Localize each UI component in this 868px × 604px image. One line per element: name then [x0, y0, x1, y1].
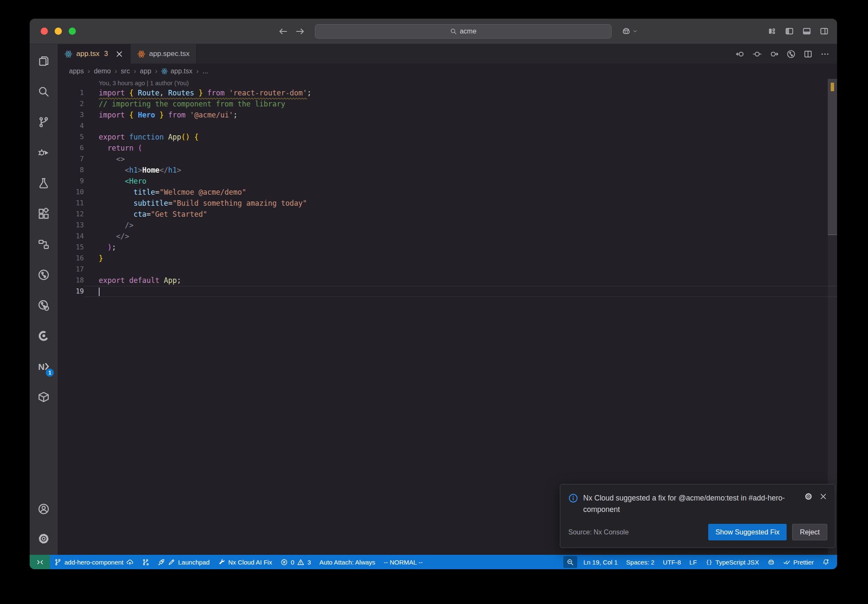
- activity-edge-tools[interactable]: [33, 325, 55, 347]
- breadcrumb-item-demo[interactable]: demo: [94, 67, 111, 75]
- tabs: app.tsx3app.spec.tsx: [58, 44, 197, 64]
- copilot-status[interactable]: [763, 555, 779, 569]
- code-line-2[interactable]: 2// importing the component from the lib…: [58, 98, 837, 109]
- notifications-bell[interactable]: [818, 555, 834, 569]
- code-line-10[interactable]: 10 title="Welcmoe @acme/demo": [58, 187, 837, 198]
- navigate-back-icon[interactable]: [278, 26, 289, 37]
- code-line-6[interactable]: 6 return (: [58, 143, 837, 154]
- code-token: [99, 188, 134, 196]
- eol-sequence[interactable]: LF: [685, 555, 701, 569]
- code-line-9[interactable]: 9 <Hero: [58, 176, 837, 187]
- activity-explorer[interactable]: [33, 50, 55, 72]
- remote-indicator[interactable]: [30, 555, 50, 569]
- activity-gitlens[interactable]: [33, 264, 55, 286]
- cursor-position[interactable]: Ln 19, Col 1: [579, 555, 622, 569]
- title-bar: acme: [30, 19, 837, 44]
- minimize-window-button[interactable]: [55, 28, 62, 35]
- activity-source-control[interactable]: [33, 111, 55, 133]
- launchpad-status[interactable]: Launchpad: [153, 555, 214, 569]
- code-line-3[interactable]: 3import { Hero } from '@acme/ui';: [58, 109, 837, 120]
- notification-settings-icon[interactable]: [804, 492, 812, 501]
- activity-extensions[interactable]: [33, 203, 55, 225]
- extensions-icon: [38, 208, 50, 220]
- activity-testing[interactable]: [33, 172, 55, 194]
- activity-run-and-debug[interactable]: [33, 142, 55, 164]
- line-content: export default App;: [84, 275, 837, 286]
- code-line-1[interactable]: 1import { Route, Routes } from 'react-ro…: [58, 87, 837, 98]
- breadcrumb-separator: ›: [114, 67, 117, 76]
- breadcrumb-item-apptsx[interactable]: app.tsx: [161, 67, 192, 75]
- code-line-5[interactable]: 5export function App() {: [58, 131, 837, 143]
- activity-accounts[interactable]: [33, 498, 55, 520]
- activity-containers[interactable]: [33, 386, 55, 408]
- code-token: <>: [116, 155, 125, 163]
- auto-attach[interactable]: Auto Attach: Always: [315, 555, 380, 569]
- code-line-13[interactable]: 13 />: [58, 220, 837, 231]
- gitlens-next-change[interactable]: [770, 50, 779, 59]
- copilot-menu[interactable]: [622, 27, 638, 36]
- gitlens-changes[interactable]: [753, 50, 762, 59]
- command-center-search[interactable]: acme: [315, 24, 612, 39]
- breadcrumb-label: apps: [69, 67, 84, 75]
- gitlens-branch-status[interactable]: [138, 555, 153, 569]
- tab-app-tsx[interactable]: app.tsx3: [58, 44, 131, 64]
- split-editor[interactable]: [804, 50, 812, 59]
- problems-status[interactable]: 03: [276, 555, 315, 569]
- code-token: }: [194, 89, 203, 97]
- zoom-out-icon: [567, 559, 574, 566]
- customize-layout[interactable]: [768, 27, 776, 36]
- encoding[interactable]: UTF-8: [659, 555, 685, 569]
- close-icon[interactable]: [819, 492, 827, 501]
- language-mode[interactable]: {}TypeScript JSX: [701, 555, 763, 569]
- activity-manage-settings[interactable]: [33, 528, 55, 550]
- toggle-primary-sidebar[interactable]: [785, 27, 794, 36]
- activity-nx-console[interactable]: N1: [33, 355, 55, 378]
- code-line-17[interactable]: 17: [58, 264, 837, 275]
- code-line-11[interactable]: 11 subtitle="Build something amazing tod…: [58, 198, 837, 209]
- wrench-icon: [218, 559, 225, 566]
- activity-search[interactable]: [33, 81, 55, 103]
- breadcrumb-item-app[interactable]: app: [140, 67, 151, 75]
- scrollbar-thumb[interactable]: [828, 79, 837, 235]
- more-actions[interactable]: [821, 50, 829, 59]
- prettier-status[interactable]: Prettier: [779, 555, 818, 569]
- prettier-status-label: Prettier: [793, 559, 814, 566]
- navigate-forward-icon[interactable]: [295, 26, 306, 37]
- code-line-14[interactable]: 14 </>: [58, 231, 837, 242]
- code-editor[interactable]: You, 3 hours ago | 1 author (You) 1impor…: [58, 79, 837, 555]
- gitlens-graph[interactable]: [787, 50, 796, 59]
- code-line-8[interactable]: 8 <h1>Home</h1>: [58, 165, 837, 176]
- code-line-4[interactable]: 4: [58, 120, 837, 131]
- tab-app-spec-tsx[interactable]: app.spec.tsx: [131, 44, 197, 64]
- close-window-button[interactable]: [41, 28, 48, 35]
- code-token: // importing the component from the libr…: [99, 100, 285, 108]
- vim-mode[interactable]: -- NORMAL --: [379, 555, 427, 569]
- git-branch-status[interactable]: add-hero-component: [50, 555, 138, 569]
- launchpad-status-label: Launchpad: [178, 559, 209, 566]
- code-line-19[interactable]: 19: [58, 286, 837, 297]
- code-line-15[interactable]: 15 );: [58, 242, 837, 253]
- nx-cloud-ai-fix[interactable]: Nx Cloud AI Fix: [214, 555, 276, 569]
- zoom-window-button[interactable]: [69, 28, 76, 35]
- code-line-18[interactable]: 18export default App;: [58, 275, 837, 286]
- activity-project-graph[interactable]: [33, 233, 55, 255]
- activity-gitlens-inspect[interactable]: [33, 294, 55, 316]
- gitlens-previous-change[interactable]: [736, 50, 745, 59]
- code-line-16[interactable]: 16}: [58, 253, 837, 264]
- toggle-secondary-sidebar[interactable]: [820, 27, 829, 36]
- editor-scrollbar[interactable]: [828, 79, 837, 555]
- nx-cloud-ai-fix-label: Nx Cloud AI Fix: [228, 559, 272, 566]
- code-line-7[interactable]: 7 <>: [58, 154, 837, 165]
- breadcrumb-item-src[interactable]: src: [121, 67, 130, 75]
- breadcrumb-item-apps[interactable]: apps: [69, 67, 84, 75]
- reject-button[interactable]: Reject: [792, 524, 827, 540]
- line-content: [84, 120, 837, 131]
- indentation[interactable]: Spaces: 2: [622, 555, 659, 569]
- breadcrumb-item-[interactable]: ...: [203, 67, 208, 75]
- line-content: // importing the component from the libr…: [84, 98, 837, 109]
- show-suggested-fix-button[interactable]: Show Suggested Fix: [708, 524, 787, 540]
- code-line-12[interactable]: 12 cta="Get Started": [58, 209, 837, 220]
- close-tab[interactable]: [115, 50, 123, 58]
- toggle-panel[interactable]: [802, 27, 811, 36]
- zoom-status[interactable]: [563, 556, 577, 568]
